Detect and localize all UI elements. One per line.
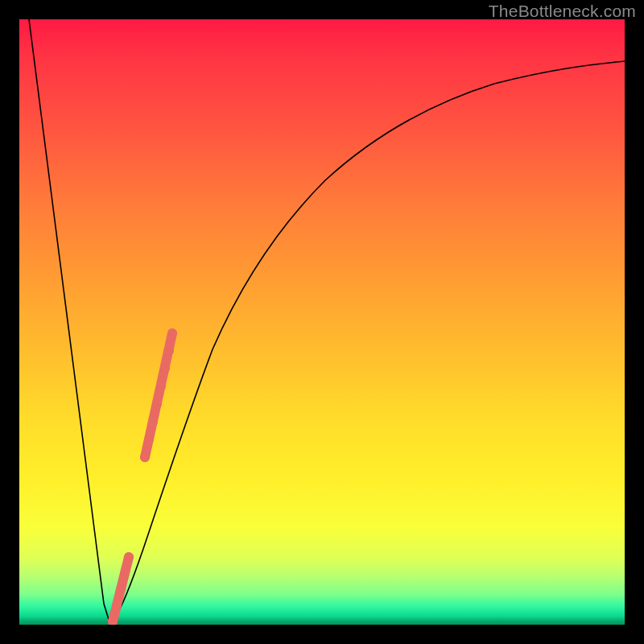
- highlight-dot: [164, 346, 174, 356]
- bottleneck-curve: [29, 19, 625, 625]
- highlight-dot: [144, 435, 154, 444]
- highlight-dot: [112, 601, 122, 610]
- highlight-dot: [116, 584, 126, 594]
- plot-area: [19, 19, 625, 625]
- highlight-dot: [167, 328, 177, 338]
- highlight-dot: [120, 568, 130, 578]
- highlight-dot: [140, 452, 150, 462]
- highlight-dot: [160, 364, 170, 374]
- highlight-dot: [152, 399, 162, 409]
- highlight-dot: [124, 552, 134, 562]
- watermark-text: TheBottleneck.com: [489, 2, 636, 21]
- highlight-dot: [148, 417, 158, 427]
- curve-layer: [19, 19, 625, 625]
- highlight-dot: [156, 382, 166, 391]
- chart-frame: TheBottleneck.com: [0, 0, 644, 644]
